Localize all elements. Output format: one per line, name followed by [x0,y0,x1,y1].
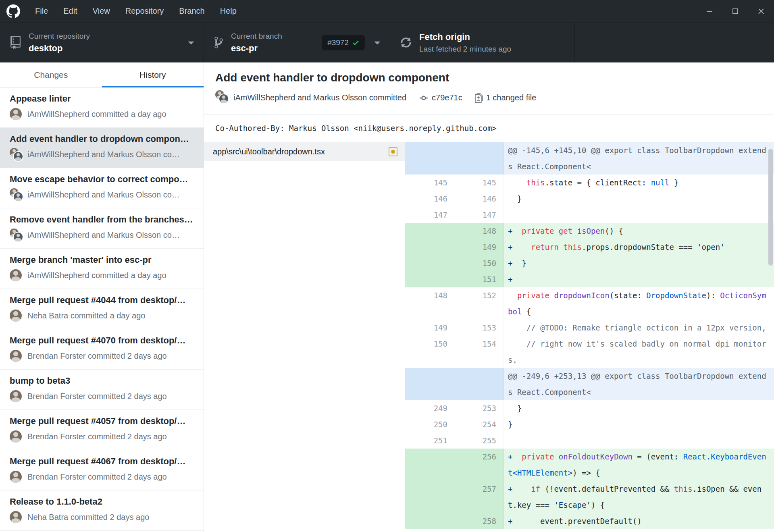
diff-gutter-old [405,239,455,255]
diff-code-line: + private onFoldoutKeyDown = (event: Rea… [504,449,774,481]
diff-gutter-new: 146 [455,191,504,207]
diff-code-line: } [504,191,774,207]
avatar [10,349,23,362]
commit-list: Appease linteriAmWillShepherd committed … [0,87,204,532]
commit-meta: Brendan Forster committed 2 days ago [10,470,195,483]
commit-list-item[interactable]: Merge pull request #4070 from desktop/…B… [0,329,204,370]
commit-list-item[interactable]: Add event handler to dropdown compon…iAm… [0,128,204,168]
close-icon [757,7,765,15]
diff-row-ctx[interactable]: 150154 // right now it's scaled badly on… [405,336,774,368]
diff-code-line [504,207,774,223]
commit-list-item[interactable]: Merge pull request #4044 from desktop/…N… [0,289,204,329]
menu-repository[interactable]: Repository [118,0,172,22]
avatar-image [10,390,22,402]
diff-gutter-new: 253 [455,400,504,416]
commit-meta-text: iAmWillShepherd committed a day ago [27,110,166,119]
file-list-item[interactable]: app\src\ui\toolbar\dropdown.tsx [204,142,405,161]
app-window: FileEditViewRepositoryBranchHelp Current… [0,0,774,532]
commit-description: Co-Authored-By: Markus Olsson <niik@user… [204,114,774,142]
diff-row-ctx[interactable]: 249253 } [405,400,774,416]
diff-gutter-old: 148 [405,287,455,320]
commit-meta-text: Brendan Forster committed 2 days ago [27,472,167,482]
diff-gutter-new: 145 [455,175,504,191]
file-list: app\src\ui\toolbar\dropdown.tsx [204,142,405,532]
diff-row-ctx[interactable]: 250254} [405,416,774,432]
commit-list-item[interactable]: Merge pull request #4057 from desktop/…B… [0,410,204,450]
repo-icon [10,36,21,49]
commit-meta-text: iAmWillShepherd committed a day ago [27,271,166,280]
commit-title: Remove event handler from the branches… [10,214,195,225]
diff-row-add[interactable]: 151+ [405,271,774,287]
diff-gutter-old [405,271,455,287]
tab-changes[interactable]: Changes [0,62,102,87]
fetch-label: Fetch origin [419,32,511,42]
menu-view[interactable]: View [85,0,118,22]
commit-list-item[interactable]: Remove event handler from the branches…i… [0,208,204,249]
avatar [10,390,23,403]
menu-edit[interactable]: Edit [56,0,85,22]
diff-row-add[interactable]: 148+ private get isOpen() { [405,223,774,239]
menu-branch[interactable]: Branch [171,0,212,22]
commit-list-item[interactable]: Merge pull request #4067 from desktop/…B… [0,450,204,490]
commit-meta-text: iAmWillShepherd and Markus Olsson co… [27,231,180,240]
menu-help[interactable]: Help [212,0,244,22]
diff-gutter-old [405,255,455,271]
diff-row-ctx[interactable]: 145145 this.state = { clientRect: null } [405,175,774,191]
diff-rows: @@ -145,6 +145,10 @@ export class Toolba… [405,142,774,529]
changed-files-count: 1 changed file [475,93,537,103]
avatar-image [10,350,22,362]
commit-list-item[interactable]: Release to 1.1.0-beta2Neha Batra committ… [0,490,204,531]
close-button[interactable] [748,0,774,22]
commit-title: Merge pull request #4057 from desktop/… [10,416,195,426]
pr-number-badge: #3972 [322,35,365,50]
commit-list-item[interactable]: Appease linteriAmWillShepherd committed … [0,87,204,128]
avatar-image [10,310,22,322]
branch-switcher-button[interactable]: Current branch esc-pr #3972 [204,23,390,62]
menu-file[interactable]: File [27,0,56,22]
commit-meta: iAmWillShepherd and Markus Olsson co… [10,188,195,201]
diff-row-ctx[interactable]: 149153 // @TODO: Remake triangle octicon… [405,320,774,336]
diff-row-add[interactable]: 258+ event.preventDefault() [405,513,774,529]
commit-summary: Add event handler to dropdown component … [204,62,774,114]
diff-row-ctx[interactable]: 147147 [405,207,774,223]
commit-meta-text: Brendan Forster committed 2 days ago [27,351,167,361]
repository-switcher-button[interactable]: Current repository desktop [0,23,204,62]
diff-row-hunk[interactable]: @@ -249,6 +253,13 @@ export class Toolba… [405,368,774,400]
avatar-image [10,269,22,281]
diff-gutter-new [455,368,504,400]
diff-row-hunk[interactable]: @@ -145,6 +145,10 @@ export class Toolba… [405,142,774,175]
diff-scrollbar-thumb[interactable] [768,149,773,266]
commit-meta-text: Neha Batra committed a day ago [27,311,145,320]
diff-row-add[interactable]: 149+ return this.props.dropdownState ===… [405,239,774,255]
diff-gutter-old [405,449,455,481]
commit-title: Merge pull request #4070 from desktop/… [10,335,195,346]
diff-row-add[interactable]: 150+ } [405,255,774,271]
toolbar: Current repository desktop Current branc… [0,23,774,62]
diff-gutter-old [405,223,455,239]
commit-meta: Neha Batra committed a day ago [10,309,195,322]
diff-row-add[interactable]: 257+ if (!event.defaultPrevented && this… [405,481,774,513]
github-logo-icon [6,4,20,18]
commit-meta: Brendan Forster committed 2 days ago [10,430,195,443]
diff-gutter-old: 150 [405,336,455,368]
fetch-origin-button[interactable]: Fetch origin Last fetched 2 minutes ago [390,23,575,62]
diff-gutter-new: 152 [455,287,504,320]
modified-status-icon [389,147,397,157]
diff-row-ctx[interactable]: 148152 private dropdownIcon(state: Dropd… [405,287,774,320]
diff-gutter-new: 257 [455,481,504,513]
sidebar: Changes History Appease linteriAmWillShe… [0,62,204,532]
tab-history[interactable]: History [102,62,204,87]
commit-meta: iAmWillShepherd and Markus Olsson co… [10,229,195,241]
maximize-button[interactable] [722,0,748,22]
diff-row-ctx[interactable]: 146146 } [405,191,774,207]
commit-title: Merge branch 'master' into esc-pr [10,255,195,265]
commit-list-item[interactable]: Merge branch 'master' into esc-priAmWill… [0,249,204,289]
avatar-image [10,108,22,120]
chevron-down-icon [374,39,381,46]
commit-list-item[interactable]: Move escape behavior to correct compo…iA… [0,168,204,208]
maximize-icon [731,7,739,15]
minimize-button[interactable] [697,0,722,22]
commit-list-item[interactable]: bump to beta3Brendan Forster committed 2… [0,370,204,410]
diff-row-ctx[interactable]: 251255 [405,432,774,449]
diff-row-add[interactable]: 256+ private onFoldoutKeyDown = (event: … [405,449,774,481]
